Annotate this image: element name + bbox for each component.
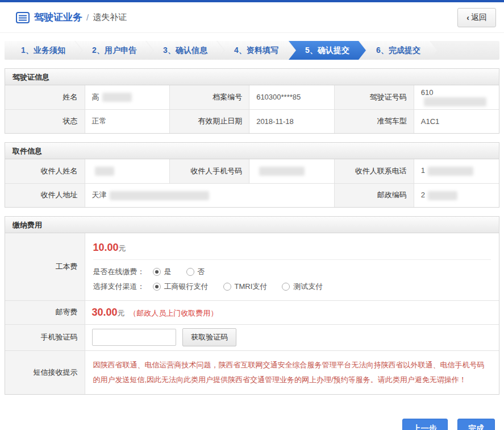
payment-section-title: 缴纳费用	[5, 217, 499, 233]
recipient-phone-value: 1	[414, 159, 499, 183]
channel-tmri-label: TMRI支付	[235, 282, 268, 292]
postage-amount: 30.00	[92, 307, 118, 318]
step-label: 1、业务须知	[21, 46, 65, 56]
online-yes-label: 是	[164, 267, 172, 277]
postage-cell: 30.00元 （邮政人员上门收取费用）	[85, 300, 499, 324]
license-number-label: 驾驶证号码	[334, 85, 414, 109]
redacted-value	[259, 167, 305, 176]
expiry-date-value: 2018-11-18	[249, 109, 335, 133]
footer-actions: 上一步 完成	[9, 419, 495, 430]
step-3-confirm-info[interactable]: 3、确认信息	[147, 41, 224, 60]
table-row: 收件人地址 天津 邮政编码 2	[5, 183, 499, 207]
previous-step-button[interactable]: 上一步	[402, 419, 448, 430]
finish-button[interactable]: 完成	[457, 419, 495, 430]
channel-tmri-option[interactable]: TMRI支付	[223, 282, 268, 292]
postage-note: （邮政人员上门收取费用）	[129, 309, 218, 317]
name-label: 姓名	[5, 85, 85, 109]
page-header: 驾驶证业务 / 遗失补证 ‹ 返回	[0, 2, 504, 33]
redacted-value	[428, 167, 473, 176]
step-label: 3、确认信息	[163, 46, 207, 56]
fee-unit: 元	[119, 244, 126, 253]
postage-unit: 元	[118, 309, 125, 317]
page-title: 驾驶证业务	[34, 11, 82, 24]
pickup-section-title: 取件信息	[5, 143, 499, 159]
step-label: 6、完成提交	[376, 46, 420, 56]
table-row: 状态 正常 有效期止日期 2018-11-18 准驾车型 A1C1	[5, 109, 499, 133]
file-number-value: 610300****85	[249, 85, 335, 109]
channel-test-option[interactable]: 测试支付	[282, 282, 323, 292]
captcha-label: 手机验证码	[5, 324, 85, 350]
step-6-finish-submit[interactable]: 6、完成提交	[360, 41, 437, 60]
sms-notice-text: 因陕西省联通、电信运营商技术问题，陕西省互联网交通安全综合服务管理平台无法向持陕…	[93, 358, 491, 387]
channel-icbc-option[interactable]: 工商银行支付	[153, 282, 209, 292]
recipient-mobile-value	[249, 159, 335, 183]
recipient-name-label: 收件人姓名	[5, 159, 85, 183]
step-5-confirm-submit[interactable]: 5、确认提交	[289, 41, 366, 60]
vehicle-class-value: A1C1	[414, 109, 499, 133]
license-number-value: 610	[414, 85, 499, 109]
online-payment-question: 是否在线缴费：	[93, 267, 145, 277]
chevron-left-icon: ‹	[466, 13, 469, 22]
get-captcha-button[interactable]: 获取验证码	[182, 328, 236, 346]
captcha-input[interactable]	[92, 329, 176, 346]
online-payment-question-row: 是否在线缴费： 是 否	[93, 267, 491, 277]
payment-channel-question-row: 选择支付渠道： 工商银行支付 TMRI支付 测试支付	[93, 282, 491, 292]
postage-label: 邮寄费	[5, 300, 85, 324]
redacted-value	[428, 191, 457, 200]
vehicle-class-label: 准驾车型	[334, 109, 414, 133]
table-row: 姓名 高 档案编号 610300****85 驾驶证号码 610	[5, 85, 499, 109]
file-number-label: 档案编号	[170, 85, 249, 109]
radio-icon[interactable]	[186, 268, 194, 276]
online-yes-option[interactable]: 是	[153, 267, 172, 277]
radio-icon[interactable]	[282, 283, 290, 291]
step-label: 2、用户申告	[92, 46, 136, 56]
redacted-value	[102, 93, 132, 102]
payment-table: 工本费 10.00元 是否在线缴费： 是 否	[5, 233, 499, 394]
step-label: 4、资料填写	[234, 46, 278, 56]
recipient-phone-label: 收件人联系电话	[334, 159, 414, 183]
radio-icon[interactable]	[153, 283, 161, 291]
recipient-address-label: 收件人地址	[5, 183, 85, 207]
recipient-mobile-label: 收件人手机号码	[170, 159, 249, 183]
radio-icon[interactable]	[153, 268, 161, 276]
license-info-table: 姓名 高 档案编号 610300****85 驾驶证号码 610 状态 正常 有…	[5, 85, 499, 133]
table-row: 短信接收提示 因陕西省联通、电信运营商技术问题，陕西省互联网交通安全综合服务管理…	[5, 350, 499, 394]
online-no-label: 否	[198, 267, 205, 277]
redacted-value	[110, 191, 209, 200]
recipient-address-value: 天津	[85, 183, 334, 207]
table-row: 邮寄费 30.00元 （邮政人员上门收取费用）	[5, 300, 499, 324]
table-row: 工本费 10.00元 是否在线缴费： 是 否	[5, 233, 499, 300]
pickup-info-section: 取件信息 收件人姓名 收件人手机号码 收件人联系电话 1 收件人地址 天津 邮政…	[5, 142, 499, 208]
step-4-fill-data[interactable]: 4、资料填写	[218, 41, 295, 60]
divider	[93, 259, 491, 260]
step-1-business-notice[interactable]: 1、业务须知	[5, 41, 82, 60]
license-info-section: 驾驶证信息 姓名 高 档案编号 610300****85 驾驶证号码 610 状…	[5, 68, 499, 134]
payment-channel-question: 选择支付渠道：	[93, 282, 145, 292]
fee-amount-line: 10.00元	[93, 242, 491, 254]
channel-test-label: 测试支付	[293, 282, 323, 292]
status-value: 正常	[85, 109, 170, 133]
sms-notice-cell: 因陕西省联通、电信运营商技术问题，陕西省互联网交通安全综合服务管理平台无法向持陕…	[85, 350, 499, 394]
back-button[interactable]: ‹ 返回	[457, 8, 496, 27]
fee-amount: 10.00	[93, 242, 119, 253]
channel-icbc-label: 工商银行支付	[164, 282, 209, 292]
redacted-value	[95, 167, 114, 176]
radio-icon[interactable]	[223, 283, 231, 291]
step-2-user-declaration[interactable]: 2、用户申告	[76, 41, 153, 60]
postal-code-value: 2	[414, 183, 499, 207]
table-row: 手机验证码 获取验证码	[5, 324, 499, 350]
payment-section: 缴纳费用 工本费 10.00元 是否在线缴费： 是 否	[5, 216, 499, 395]
expiry-date-label: 有效期止日期	[170, 109, 249, 133]
list-icon	[16, 12, 30, 23]
license-section-title: 驾驶证信息	[5, 69, 499, 85]
table-row: 收件人姓名 收件人手机号码 收件人联系电话 1	[5, 159, 499, 183]
captcha-cell: 获取验证码	[85, 324, 499, 350]
back-button-label: 返回	[471, 13, 487, 23]
status-label: 状态	[5, 109, 85, 133]
fee-label: 工本费	[5, 233, 85, 300]
name-value: 高	[85, 85, 170, 109]
sms-notice-label: 短信接收提示	[5, 350, 85, 394]
online-no-option[interactable]: 否	[186, 267, 205, 277]
breadcrumb-current: 遗失补证	[93, 12, 127, 23]
redacted-value	[424, 97, 486, 106]
